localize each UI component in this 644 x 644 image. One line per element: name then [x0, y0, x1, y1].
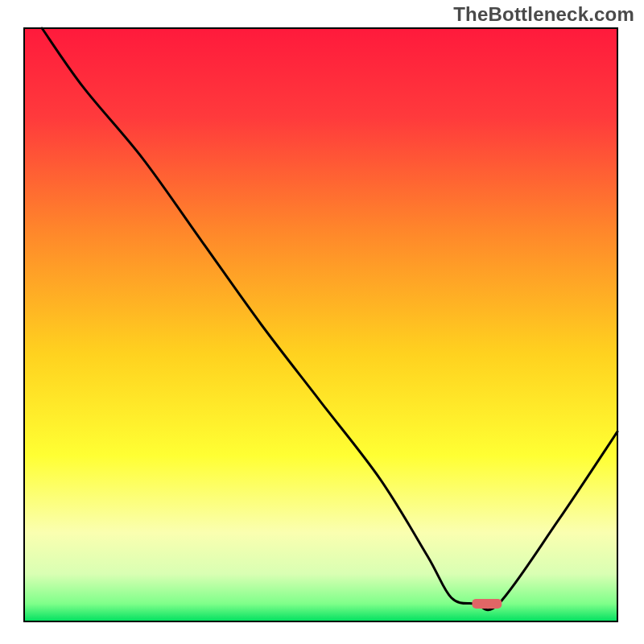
bottleneck-chart: [0, 0, 644, 644]
optimal-range-marker: [472, 599, 502, 609]
chart-frame: TheBottleneck.com: [0, 0, 644, 644]
plot-background: [24, 28, 617, 621]
watermark-label: TheBottleneck.com: [453, 3, 634, 26]
